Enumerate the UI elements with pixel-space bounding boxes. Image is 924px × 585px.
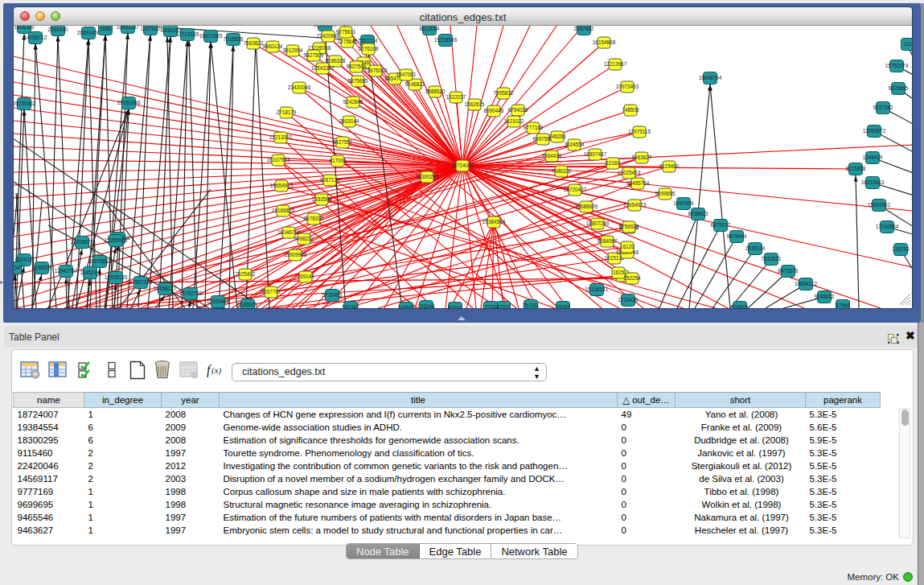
- svg-text:16648794: 16648794: [699, 75, 722, 80]
- svg-text:2364436: 2364436: [542, 153, 562, 159]
- svg-text:7663822: 7663822: [244, 40, 264, 46]
- svg-text:931342: 931342: [342, 304, 359, 308]
- svg-text:9860124: 9860124: [263, 43, 283, 49]
- svg-text:1440954: 1440954: [674, 200, 694, 206]
- svg-text:1696: 1696: [100, 26, 112, 31]
- svg-text:417006: 417006: [329, 158, 347, 163]
- svg-text:1562615: 1562615: [465, 101, 485, 107]
- svg-text:19384554: 19384554: [483, 219, 506, 225]
- svg-text:169144: 169144: [297, 274, 314, 279]
- svg-text:1156829: 1156829: [32, 265, 52, 270]
- svg-text:10719155: 10719155: [176, 31, 199, 37]
- svg-text:10025453: 10025453: [618, 170, 641, 175]
- svg-text:20691406: 20691406: [77, 30, 101, 35]
- svg-text:5875685: 5875685: [348, 78, 368, 84]
- svg-text:(x): (x): [211, 365, 222, 376]
- svg-text:748506: 748506: [622, 107, 639, 113]
- svg-text:7986322: 7986322: [552, 168, 572, 174]
- svg-text:19218506: 19218506: [434, 37, 458, 43]
- svg-text:15751074: 15751074: [885, 63, 909, 68]
- svg-text:252254: 252254: [623, 275, 641, 281]
- svg-text:6879197: 6879197: [711, 222, 731, 228]
- svg-text:15720407: 15720407: [564, 187, 587, 192]
- svg-text:7357214: 7357214: [358, 38, 378, 43]
- svg-text:9242848: 9242848: [343, 99, 363, 105]
- svg-text:8471676: 8471676: [778, 268, 799, 274]
- svg-text:87966: 87966: [836, 303, 850, 308]
- svg-text:8678332: 8678332: [304, 216, 324, 221]
- svg-text:8990448: 8990448: [484, 108, 504, 113]
- svg-text:1588520: 1588520: [425, 89, 446, 94]
- svg-text:391547: 391547: [14, 265, 23, 270]
- svg-text:16154808: 16154808: [593, 39, 616, 45]
- svg-text:10688609: 10688609: [575, 204, 598, 209]
- svg-text:12505135: 12505135: [105, 274, 128, 280]
- svg-text:17016504: 17016504: [876, 224, 899, 229]
- svg-text:18807249: 18807249: [586, 220, 610, 226]
- svg-text:9195001: 9195001: [238, 302, 258, 307]
- svg-text:9084067: 9084067: [598, 238, 618, 244]
- svg-text:2076108: 2076108: [359, 46, 379, 51]
- svg-text:12213302: 12213302: [269, 134, 293, 140]
- svg-text:5716485: 5716485: [322, 292, 343, 298]
- svg-text:7515526: 7515526: [224, 36, 244, 42]
- svg-text:2803144: 2803144: [339, 118, 359, 124]
- svg-text:12923468: 12923468: [207, 299, 230, 304]
- svg-text:7625402: 7625402: [236, 271, 256, 277]
- svg-text:757311: 757311: [523, 303, 540, 308]
- svg-text:2069140: 2069140: [48, 27, 68, 32]
- svg-text:1244419: 1244419: [863, 154, 883, 160]
- svg-text:9777169: 9777169: [524, 125, 544, 130]
- svg-text:1806355: 1806355: [14, 26, 35, 30]
- svg-text:127304: 127304: [482, 304, 499, 308]
- svg-text:18300295: 18300295: [416, 174, 439, 179]
- svg-text:3267130: 3267130: [320, 177, 340, 183]
- svg-text:1527602: 1527602: [141, 26, 161, 31]
- svg-text:9498222: 9498222: [294, 236, 314, 241]
- svg-text:7632621: 7632621: [762, 256, 782, 262]
- svg-text:17957223: 17957223: [129, 279, 153, 285]
- svg-text:62160: 62160: [606, 160, 620, 166]
- svg-text:1733426: 1733426: [618, 297, 639, 303]
- svg-text:9115460: 9115460: [659, 163, 680, 169]
- svg-text:8938923: 8938923: [688, 211, 708, 216]
- svg-text:9275611: 9275611: [336, 29, 356, 35]
- svg-text:9329965: 9329965: [889, 85, 909, 91]
- svg-text:111: 111: [904, 41, 912, 47]
- svg-text:2935114: 2935114: [745, 245, 766, 251]
- svg-text:10046766: 10046766: [277, 229, 301, 235]
- svg-text:9657791: 9657791: [261, 289, 281, 295]
- svg-text:16120: 16120: [620, 244, 634, 249]
- svg-text:1322037: 1322037: [446, 94, 466, 100]
- svg-text:12093872: 12093872: [863, 128, 886, 134]
- svg-text:163044: 163044: [417, 303, 435, 308]
- svg-text:16782759: 16782759: [179, 290, 203, 296]
- svg-text:9227342: 9227342: [873, 105, 893, 110]
- svg-text:13495764: 13495764: [626, 180, 650, 186]
- svg-text:16210643: 16210643: [861, 179, 885, 185]
- svg-text:12975115: 12975115: [628, 129, 651, 134]
- svg-text:19166825: 19166825: [272, 208, 295, 213]
- svg-text:9474444: 9474444: [727, 233, 747, 239]
- svg-text:10653257: 10653257: [117, 26, 140, 30]
- svg-text:16107553: 16107553: [267, 157, 290, 163]
- svg-text:16093: 16093: [556, 304, 570, 308]
- svg-text:30975887: 30975887: [88, 258, 112, 264]
- svg-text:10807487: 10807487: [584, 151, 607, 157]
- svg-text:8215958: 8215958: [846, 166, 866, 171]
- svg-text:18724007: 18724007: [451, 163, 474, 168]
- svg-text:7955812: 7955812: [494, 90, 514, 96]
- svg-text:23676068: 23676068: [364, 68, 388, 73]
- svg-text:20206576: 20206576: [71, 239, 94, 245]
- svg-text:8186328: 8186328: [326, 58, 346, 64]
- svg-text:12942757: 12942757: [55, 268, 78, 274]
- svg-text:9699695: 9699695: [655, 191, 676, 196]
- svg-text:1547061: 1547061: [396, 72, 417, 77]
- svg-text:2087682: 2087682: [574, 26, 594, 31]
- svg-text:746266: 746266: [548, 134, 566, 139]
- svg-text:14055712: 14055712: [24, 35, 47, 40]
- svg-text:29053346: 29053346: [117, 100, 141, 105]
- svg-text:9245652: 9245652: [815, 294, 835, 299]
- svg-text:9756928: 9756928: [619, 224, 639, 229]
- svg-text:126753: 126753: [892, 246, 910, 252]
